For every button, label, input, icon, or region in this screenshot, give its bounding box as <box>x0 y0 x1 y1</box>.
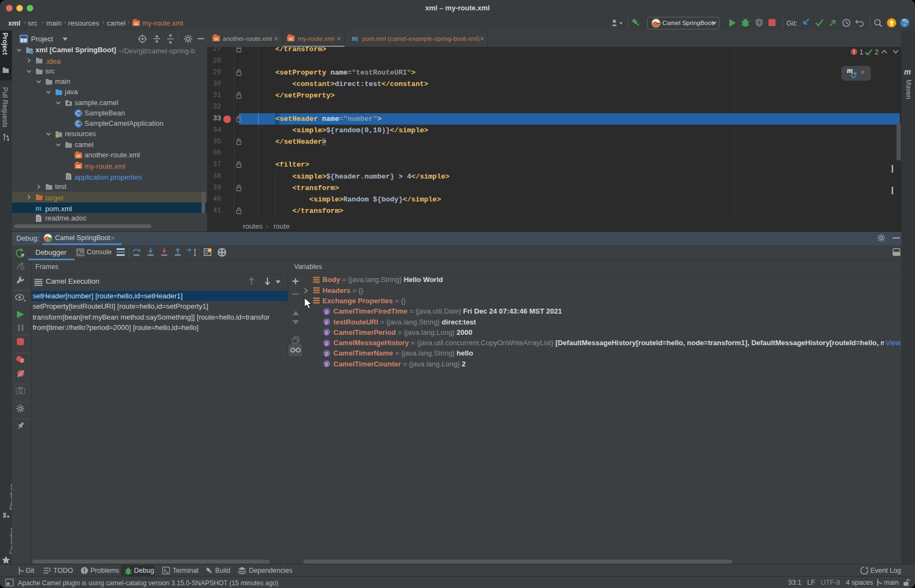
svg-text:p: p <box>325 340 328 346</box>
svg-text:p: p <box>325 309 328 315</box>
svg-text:m: m <box>352 34 358 42</box>
svg-text:p: p <box>325 329 328 335</box>
svg-text:p: p <box>325 319 328 325</box>
svg-text:p: p <box>325 361 328 367</box>
svg-text:p: p <box>325 351 328 357</box>
svg-text:m: m <box>35 204 42 212</box>
